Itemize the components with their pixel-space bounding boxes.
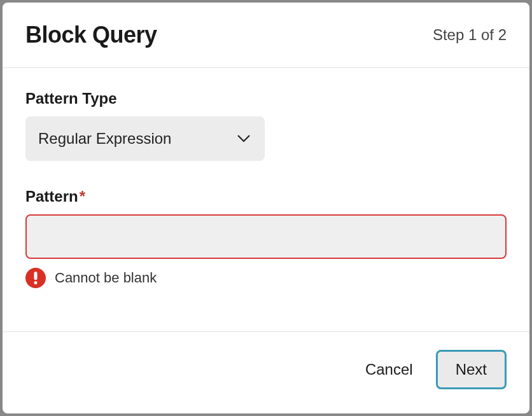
next-button[interactable]: Next [436, 350, 507, 389]
block-query-dialog: Block Query Step 1 of 2 Pattern Type Reg… [3, 3, 529, 413]
pattern-label-text: Pattern [25, 188, 78, 205]
pattern-error: Cannot be blank [25, 268, 507, 288]
svg-point-1 [34, 281, 38, 284]
pattern-field: Pattern* Cannot be blank [25, 188, 507, 288]
pattern-input[interactable] [25, 214, 507, 259]
step-indicator: Step 1 of 2 [433, 26, 507, 44]
pattern-type-field: Pattern Type Regular Expression [25, 90, 507, 161]
svg-rect-0 [34, 272, 38, 280]
pattern-type-selected-value: Regular Expression [38, 130, 171, 148]
cancel-button[interactable]: Cancel [360, 353, 418, 386]
pattern-type-select-wrapper: Regular Expression [25, 116, 265, 161]
dialog-footer: Cancel Next [3, 331, 529, 413]
pattern-label: Pattern* [25, 188, 507, 205]
required-asterisk: * [80, 188, 85, 205]
pattern-error-text: Cannot be blank [55, 270, 157, 286]
pattern-type-label: Pattern Type [25, 90, 507, 107]
error-icon [25, 268, 46, 288]
dialog-title: Block Query [25, 22, 157, 48]
dialog-header: Block Query Step 1 of 2 [3, 3, 529, 68]
pattern-type-select[interactable]: Regular Expression [25, 116, 265, 161]
dialog-body: Pattern Type Regular Expression Pattern* [3, 68, 529, 331]
